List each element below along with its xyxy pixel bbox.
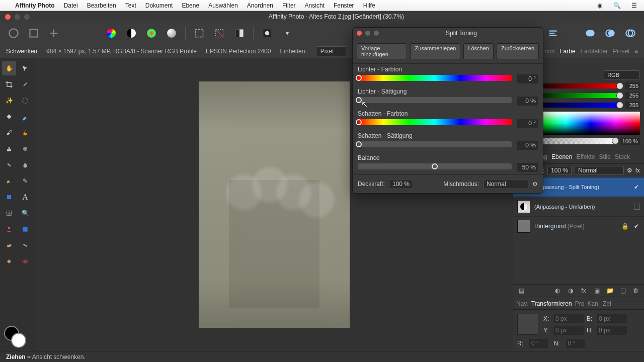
opacity-value[interactable]: 100 % [620,138,640,145]
pencil-tool-icon[interactable]: ✎ [18,174,32,188]
group-icon[interactable]: ▣ [593,287,601,295]
boolean-add-icon[interactable] [584,27,597,40]
panel-blend-dropdown[interactable]: Normal [483,179,528,189]
rgb-icon[interactable] [145,27,158,40]
menu-item[interactable]: Bearbeiten [87,2,116,9]
add-icon[interactable]: ▢ [619,287,627,295]
siri-icon[interactable]: ◉ [596,2,604,10]
flame-tool-icon[interactable] [18,126,32,140]
n-field[interactable]: 0 ° [566,339,585,348]
folder-icon[interactable]: 📁 [606,287,614,295]
menu-item[interactable]: Hilfe [363,2,375,9]
zoom-icon[interactable] [24,14,30,20]
highlight-hue-value[interactable]: 0 ° [517,74,538,83]
x-field[interactable]: 0 px [553,314,584,323]
mac-menu-bar[interactable]: Affinity Photo Datei Bearbeiten Text Dok… [0,0,644,11]
reset-button[interactable]: Zurücksetzen [497,43,539,59]
mask-icon[interactable]: ◐ [553,287,561,295]
pan-tool-icon[interactable]: ✋ [2,61,16,75]
shadow-hue-value[interactable]: 0 ° [517,119,538,128]
menu-item[interactable]: Dokument [145,2,173,9]
shadow-sat-slider[interactable] [358,141,512,147]
menu-item[interactable]: Ansicht [305,2,325,9]
tab-ebenen[interactable]: Ebenen [551,153,572,160]
gradient-tool-icon[interactable] [18,222,32,236]
tab-kan[interactable]: Kan. [587,300,600,307]
highlight-sat-value[interactable]: 0 % [517,97,538,106]
menu-item[interactable]: Ebene [182,2,199,9]
window-controls[interactable] [5,14,30,20]
persona-develop-icon[interactable] [27,27,40,40]
lock-icon[interactable]: 🔒 [621,223,629,230]
dodge-tool-icon[interactable] [18,142,32,156]
menu-item[interactable]: Datei [64,2,78,9]
blur-tool-icon[interactable] [18,158,32,172]
selection-cross-icon[interactable] [213,27,226,40]
layer-row[interactable]: Hintergrund (Pixel) 🔒 ✔ [513,217,644,236]
align-icon[interactable] [546,27,559,40]
selection-contrast-icon[interactable] [233,27,246,40]
color-chooser-icon[interactable] [105,27,118,40]
layer-opacity-dropdown[interactable]: 100 % [547,166,572,175]
layers-icon[interactable]: ▤ [517,287,525,295]
trash-icon[interactable]: 🗑 [632,287,640,295]
panel-opacity-dropdown[interactable]: 100 % [389,179,413,189]
shape-tool-icon[interactable] [2,190,16,204]
eraser-tool-icon[interactable] [2,238,16,252]
brush-tool-icon[interactable] [18,77,32,92]
shadow-sat-value[interactable]: 0 % [517,141,538,150]
picker-tool-icon[interactable] [18,110,32,124]
shadow-hue-slider[interactable] [358,119,512,125]
front-color-swatch[interactable] [11,333,26,348]
move-tool-icon[interactable] [18,61,32,75]
smudge-tool-icon[interactable] [18,238,32,252]
g-value[interactable]: 255 [625,92,640,99]
tab-pinsel[interactable]: Pinsel [613,48,629,55]
panel-min-icon[interactable] [365,31,370,36]
person-tool-icon[interactable] [2,222,16,236]
h-field[interactable]: 0 px [597,326,627,335]
gear-icon[interactable]: ⚙ [532,180,538,188]
tab-effekte[interactable]: Effekte [576,153,595,160]
pen-tool-icon[interactable] [2,174,16,188]
fx-icon[interactable]: fx [580,287,588,295]
adjust-icon[interactable]: ◑ [567,287,575,295]
selection-dashed-icon[interactable] [193,27,206,40]
app-name[interactable]: Affinity Photo [15,2,55,9]
tab-pro[interactable]: Pro [575,300,585,307]
bw-icon[interactable] [125,27,138,40]
paint-tool-icon[interactable]: 🖌 [2,126,16,140]
r-value[interactable]: 255 [625,82,640,89]
persona-liquify-icon[interactable] [7,27,20,40]
highlight-sat-slider[interactable] [358,97,512,103]
panel-close-icon[interactable] [357,31,362,36]
tab-stile[interactable]: Stile [599,153,611,160]
sphere-icon[interactable] [165,27,178,40]
menu-item[interactable]: Text [125,2,136,9]
tab-stock[interactable]: Stock [615,153,630,160]
highlight-hue-slider[interactable] [358,75,512,81]
layer-visible-checkbox[interactable]: ✔ [633,223,640,230]
menu-item[interactable]: Auswählen [208,2,238,9]
balance-value[interactable]: 50 % [517,163,538,172]
units-dropdown[interactable]: Pixel [316,46,346,56]
quickmask-icon[interactable] [261,27,274,40]
r-field[interactable]: 0 ° [529,339,548,348]
tab-mm[interactable]: mm [544,48,554,55]
layer-blend-dropdown[interactable]: Normal [575,166,624,175]
menu-item[interactable]: Anordnen [247,2,273,9]
minimize-icon[interactable] [15,14,20,20]
persona-export-icon[interactable] [47,27,60,40]
tab-nav[interactable]: Nav. [516,300,528,307]
tab-zel[interactable]: Zel [603,300,611,307]
b-field[interactable]: 0 px [597,314,627,323]
search-icon[interactable]: 🔍 [613,2,621,10]
diamond-tool-icon[interactable] [2,254,16,268]
balance-slider[interactable] [358,163,512,169]
b-value[interactable]: 255 [625,102,640,109]
fill-tool-icon[interactable] [2,110,16,124]
crop-tool-icon[interactable] [2,77,16,92]
gear-icon[interactable]: ⚙ [627,167,632,174]
delete-button[interactable]: Löschen [463,43,494,59]
add-preset-button[interactable]: Vorlage hinzufügen [357,43,407,59]
